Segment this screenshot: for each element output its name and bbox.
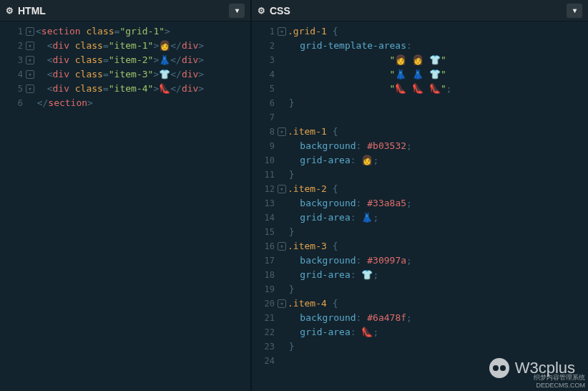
css-pane-header: ⚙ CSS ▾: [252, 0, 588, 21]
wechat-icon: [489, 358, 509, 378]
css-code[interactable]: ▾.grid-1 { grid-template-areas: "👩 👩 👕" …: [276, 24, 588, 391]
html-code[interactable]: ▾<section class="grid-1">▾ <div class="i…: [24, 24, 250, 391]
chevron-down-icon[interactable]: ▾: [567, 4, 582, 18]
html-editor[interactable]: 123456 ▾<section class="grid-1">▾ <div c…: [0, 21, 250, 391]
html-gutter: 123456: [0, 24, 24, 391]
html-pane: ⚙ HTML ▾ 123456 ▾<section class="grid-1"…: [0, 0, 252, 391]
css-editor[interactable]: 123456789101112131415161718192021222324 …: [252, 21, 588, 391]
gear-icon[interactable]: ⚙: [6, 6, 14, 16]
corner-credit: 织梦内容管理系统 DEDECMS.COM: [534, 374, 585, 390]
html-pane-title: HTML: [18, 5, 229, 16]
gear-icon[interactable]: ⚙: [258, 6, 265, 16]
css-gutter: 123456789101112131415161718192021222324: [252, 24, 276, 391]
css-pane: ⚙ CSS ▾ 12345678910111213141516171819202…: [252, 0, 588, 391]
chevron-down-icon[interactable]: ▾: [229, 4, 245, 18]
css-pane-title: CSS: [270, 5, 567, 16]
html-pane-header: ⚙ HTML ▾: [0, 0, 250, 21]
